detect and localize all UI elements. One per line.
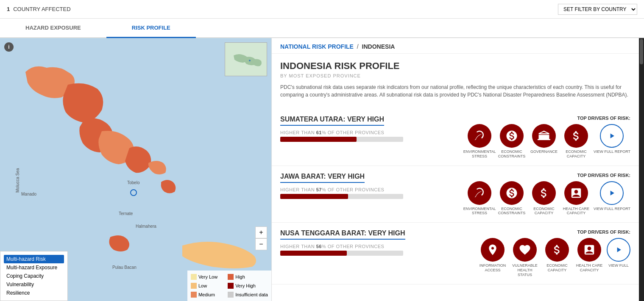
driver-1-1: ECONOMIC CONSTRAINTS: [497, 181, 527, 216]
layer-vulnerability[interactable]: Vulnerability: [4, 280, 64, 289]
legend: Very Low Low Medium High Very High Insuf…: [187, 271, 271, 301]
driver-label-1-2: ECONOMIC CAPACITY: [529, 207, 559, 216]
driver-2-1: VULNERABLE HEALTH STATUS: [510, 238, 540, 277]
driver-label-1-3: HEALTH CARE CAPACITY: [561, 207, 591, 216]
profile-intro: INDONESIA RISK PROFILE BY MOST EXPOSED P…: [272, 54, 639, 109]
view-report-button-2[interactable]: [607, 238, 630, 262]
info-icon[interactable]: i: [4, 42, 14, 52]
legend-very-high: Very High: [235, 283, 256, 288]
province-block-1: JAWA BARAT: VERY HIGH HIGHER THAN 57% OF…: [272, 166, 639, 223]
minimap: [225, 42, 267, 76]
main-content: Molucca Sea Manado Tobelo Ternate Halmah…: [0, 38, 644, 301]
svg-point-9: [249, 60, 251, 61]
legend-insufficient: Insufficient data: [235, 292, 268, 297]
driver-circle-0-1: [500, 124, 524, 148]
view-report-label-0: VIEW FULL REPORT: [594, 149, 630, 154]
country-count: 1: [7, 6, 10, 12]
layer-multi-hazard-risk[interactable]: Multi-hazard Risk: [4, 255, 64, 263]
driver-circle-0-3: [564, 124, 588, 148]
view-report-button-0[interactable]: [600, 124, 624, 148]
driver-circle-0-2: [532, 124, 556, 148]
layer-menu: Multi-hazard Risk Multi-hazard Exposure …: [0, 251, 68, 301]
header-separator: /: [357, 43, 359, 50]
zoom-in-button[interactable]: +: [255, 226, 267, 238]
legend-high: High: [235, 274, 245, 279]
right-panel-header: NATIONAL RISK PROFILE / INDONESIA: [272, 38, 639, 54]
province-title-2: NUSA TENGGARA BARAT: VERY HIGH: [280, 229, 405, 240]
driver-2-2: ECONOMIC CAPACITY: [542, 238, 572, 273]
tab-risk-profile[interactable]: RISK PROFILE: [106, 19, 196, 38]
driver-circle-2-1: [513, 238, 537, 262]
driver-circle-2-2: [545, 238, 569, 262]
driver-label-0-3: ECONOMIC CAPACITY: [561, 149, 591, 159]
profile-subtitle: BY MOST EXPOSED PROVINCE: [280, 73, 630, 78]
province-title-0: SUMATERA UTARA: VERY HIGH: [280, 116, 384, 126]
province-block-2: NUSA TENGGARA BARAT: VERY HIGH HIGHER TH…: [272, 223, 639, 284]
view-report-wrapper-2: VIEW FULL: [607, 238, 630, 268]
legend-low: Low: [198, 283, 207, 288]
driver-circle-1-2: [532, 181, 556, 205]
province-title-1: JAWA BARAT: VERY HIGH: [280, 173, 365, 183]
header: 1 COUNTRY AFFECTED SET FILTER BY COUNTRY: [0, 0, 644, 19]
driver-label-2-0: INFORMATION ACCESS: [478, 263, 507, 273]
driver-1-2: ECONOMIC CAPACITY: [529, 181, 559, 216]
legend-very-low: Very Low: [198, 274, 217, 279]
svg-text:Halmahera: Halmahera: [136, 224, 156, 229]
driver-0-1: ECONOMIC CONSTRAINTS: [497, 124, 527, 159]
progress-bar-2: [280, 251, 347, 256]
driver-circle-2-0: [481, 238, 505, 262]
province-pct-1: 57: [316, 187, 322, 192]
right-panel: NATIONAL RISK PROFILE / INDONESIA INDONE…: [271, 38, 639, 301]
map-area: Molucca Sea Manado Tobelo Ternate Halmah…: [0, 38, 271, 301]
legend-medium: Medium: [198, 292, 215, 297]
driver-label-0-0: ENVIRONMENTAL STRESS: [463, 149, 496, 159]
driver-circle-1-0: [468, 181, 491, 205]
view-report-label-2: VIEW FULL: [608, 263, 629, 268]
view-report-label-1: VIEW FULL REPORT: [594, 207, 630, 211]
driver-1-3: HEALTH CARE CAPACITY: [561, 181, 591, 216]
national-risk-profile-link[interactable]: NATIONAL RISK PROFILE: [280, 43, 354, 50]
header-label: COUNTRY AFFECTED: [13, 6, 558, 12]
driver-2-3: HEALTH CARE CAPACITY: [574, 238, 604, 273]
driver-0-2: GOVERNANCE: [529, 124, 559, 154]
driver-circle-2-3: [577, 238, 601, 262]
country-filter-select[interactable]: SET FILTER BY COUNTRY: [558, 4, 637, 15]
layer-resilience[interactable]: Resilience: [4, 289, 64, 297]
drivers-label-0: TOP DRIVERS OF RISK:: [577, 116, 630, 121]
progress-bar-container-2: [280, 251, 403, 256]
province-subtitle-1: HIGHER THAN 57% OF OTHER PROVINCES: [280, 187, 458, 192]
scrollbar-thumb[interactable]: [640, 39, 643, 64]
driver-circle-1-3: [564, 181, 588, 205]
driver-label-0-2: GOVERNANCE: [530, 149, 558, 154]
driver-label-2-2: ECONOMIC CAPACITY: [542, 263, 572, 273]
driver-label-0-1: ECONOMIC CONSTRAINTS: [497, 149, 527, 159]
driver-2-0: INFORMATION ACCESS: [478, 238, 507, 273]
driver-circle-0-0: [468, 124, 491, 148]
scrollbar-area: [639, 38, 644, 301]
province-block-0: SUMATERA UTARA: VERY HIGH HIGHER THAN 61…: [272, 109, 639, 166]
province-pct-2: 56: [316, 244, 322, 249]
zoom-out-button[interactable]: −: [255, 238, 267, 250]
zoom-controls: + −: [255, 226, 267, 250]
driver-0-0: ENVIRONMENTAL STRESS: [465, 124, 494, 159]
country-name: INDONESIA: [362, 43, 395, 50]
province-subtitle-0: HIGHER THAN 61% OF OTHER PROVINCES: [280, 130, 458, 135]
driver-label-2-3: HEALTH CARE CAPACITY: [574, 263, 604, 273]
view-report-button-1[interactable]: [600, 181, 624, 205]
svg-text:Manado: Manado: [21, 192, 37, 196]
tab-hazard-exposure[interactable]: HAZARD EXPOSURE: [0, 19, 106, 37]
progress-bar-0: [280, 137, 357, 142]
drivers-label-2: TOP DRIVERS OF RISK:: [577, 229, 630, 235]
drivers-label-1: TOP DRIVERS OF RISK:: [577, 173, 630, 178]
driver-label-1-0: ENVIRONMENTAL STRESS: [463, 207, 496, 216]
profile-title: INDONESIA RISK PROFILE: [280, 61, 630, 72]
driver-circle-1-1: [500, 181, 524, 205]
province-pct-0: 61: [316, 130, 322, 135]
progress-bar-1: [280, 194, 348, 199]
svg-text:Molucca Sea: Molucca Sea: [15, 168, 20, 193]
profile-description: PDC's subnational risk data uses separat…: [280, 83, 630, 99]
progress-bar-container-0: [280, 137, 403, 142]
driver-1-0: ENVIRONMENTAL STRESS: [465, 181, 494, 216]
layer-multi-hazard-exposure[interactable]: Multi-hazard Exposure: [4, 263, 64, 272]
layer-coping-capacity[interactable]: Coping Capacity: [4, 272, 64, 280]
